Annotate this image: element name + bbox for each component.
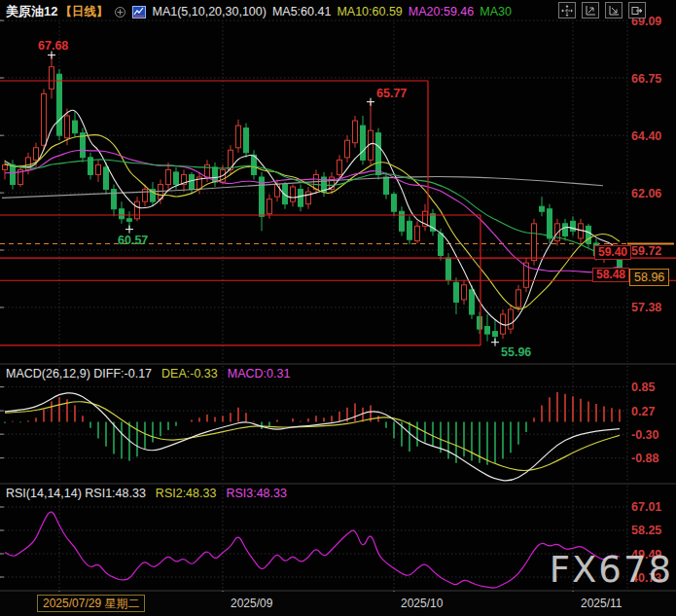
chart-type-icon[interactable] [132,6,146,18]
main-chart[interactable]: 69.0966.7564.4062.0659.7257.380.850.27-0… [0,0,676,616]
svg-text:64.40: 64.40 [631,129,661,143]
pan-icon[interactable] [558,2,576,18]
gridlines [0,20,676,595]
svg-text:55.96: 55.96 [501,345,531,359]
rsi-header: RSI(14,14,14) RSI1:48.33 RSI2:48.33 RSI3… [6,487,287,500]
svg-text:0.85: 0.85 [631,380,655,394]
price-axis-labels: 69.0966.7564.4062.0659.7257.380.850.27-0… [631,15,661,585]
candles-layer [3,55,623,343]
drawn-lines [0,81,676,345]
macd-name-label: MACD(26,12,9) DIFF:-0.17 [6,367,152,380]
rsi-name-label: RSI(14,14,14) RSI1:48.33 [6,487,146,500]
shift-right-icon[interactable] [628,2,646,18]
svg-text:0.27: 0.27 [631,405,655,418]
symbol-name: 美原油12 [6,3,57,20]
ma5-value: MA5:60.41 [272,5,331,18]
rsi3-value: RSI3:48.33 [226,487,287,500]
fx678-watermark: FX678 [550,549,673,591]
drawn-line-price-label[interactable]: 58.48 [592,268,629,282]
dea-value: DEA:-0.33 [161,367,218,380]
ma10-value: MA10:60.59 [337,5,402,18]
month-label: 2025/10 [401,597,443,610]
last-price-axis-label: 58.96 [629,269,669,286]
svg-text:-0.88: -0.88 [631,452,659,465]
period-selector[interactable]: 【日线】 [59,4,108,20]
rsi-layer [5,512,620,588]
svg-text:60.57: 60.57 [118,234,148,247]
svg-text:67.01: 67.01 [631,500,661,514]
svg-text:59.72: 59.72 [631,244,661,258]
ma-group-label: MA1(5,10,20,30,100) [152,5,266,18]
macd-layer [5,392,620,481]
svg-text:-0.30: -0.30 [631,428,659,442]
trading-app-window: 美原油12【日线】 MA1(5,10,20,30,100) MA5:60.41 … [0,0,676,616]
ma-lines [2,110,620,325]
zoom-out-axis-icon[interactable] [605,2,623,18]
month-label: 2025/11 [581,597,623,610]
drawn-line-price-label[interactable]: 59.40 [594,245,631,260]
main-chart-header: 美原油12【日线】 MA1(5,10,20,30,100) MA5:60.41 … [6,3,512,20]
svg-text:65.77: 65.77 [376,87,407,100]
highlight-date-label: 2025/07/29 星期二 [37,595,145,612]
svg-text:57.38: 57.38 [631,301,661,314]
circle-plus-icon[interactable] [114,6,126,18]
macd-header: MACD(26,12,9) DIFF:-0.17 DEA:-0.33 MACD:… [6,367,290,380]
macd-value: MACD:0.31 [228,367,291,380]
svg-text:62.06: 62.06 [631,187,661,200]
zoom-in-axis-icon[interactable] [582,2,599,18]
svg-text:58.25: 58.25 [631,524,661,537]
svg-text:67.68: 67.68 [38,39,68,53]
svg-text:66.75: 66.75 [631,72,661,86]
ma20-value: MA20:59.46 [409,5,474,18]
ma30-value: MA30 [480,5,512,18]
chart-toolbar [558,2,646,18]
date-axis[interactable]: 2025/07/29 星期二 2025/09 2025/10 2025/11 [0,592,676,616]
month-label: 2025/09 [231,597,272,610]
rsi2-value: RSI2:48.33 [156,487,217,500]
